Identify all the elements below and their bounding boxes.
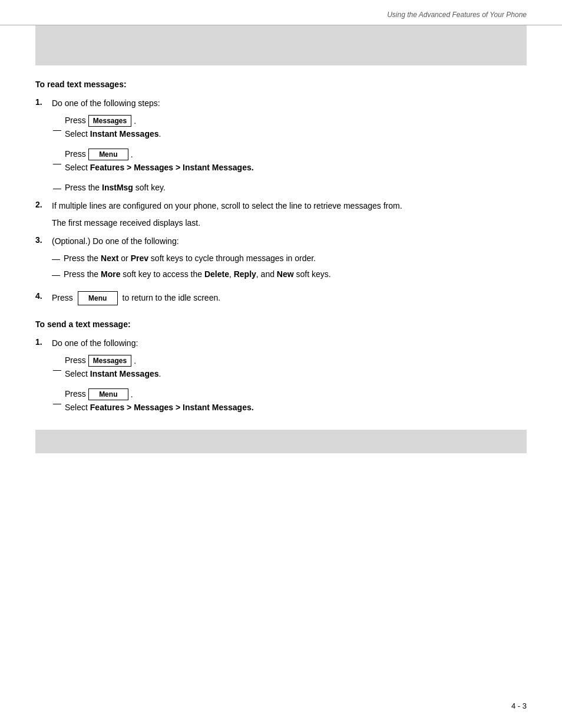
cycle-text: soft keys to cycle through messages in o… bbox=[148, 253, 316, 263]
messages-key-1: Messages bbox=[88, 115, 131, 127]
step3-number: 3. bbox=[35, 235, 52, 245]
sub-content-1b: Press Menu . Select Features > Messages … bbox=[65, 148, 527, 178]
press-label-1a: Press bbox=[65, 114, 86, 127]
instmsg-text-suffix: soft key. bbox=[133, 183, 166, 192]
more-mid: soft key to access the bbox=[120, 269, 204, 279]
section2-select-bold-1b: Features > Messages > Instant Messages. bbox=[90, 403, 254, 412]
sub-step-3a: — Press the Next or Prev soft keys to cy… bbox=[52, 252, 527, 265]
press-line-1b: Press Menu . bbox=[65, 148, 527, 160]
sub-content-3b: Press the More soft key to access the De… bbox=[64, 268, 527, 281]
step3-row: 3. (Optional.) Do one of the following: … bbox=[35, 235, 527, 284]
section2-select-end-1a: . bbox=[159, 369, 161, 378]
menu-key-2: Menu bbox=[78, 291, 118, 305]
sub-step-1a: — Press Messages . Select Instant Messag… bbox=[53, 114, 527, 144]
step4-number: 4. bbox=[35, 291, 52, 301]
section-read-messages: To read text messages: 1. Do one of the … bbox=[35, 80, 527, 305]
dash-1c: — bbox=[53, 183, 65, 193]
more-prefix: Press the bbox=[64, 269, 101, 279]
dash-1a: — bbox=[53, 125, 65, 134]
gray-bar-top bbox=[35, 25, 527, 65]
section2-messages-key: Messages bbox=[88, 355, 131, 367]
step4-end: to return to the idle screen. bbox=[123, 293, 221, 302]
step4-content: Press Menu to return to the idle screen. bbox=[52, 291, 527, 305]
section2-press-line-1a: Press Messages . bbox=[65, 354, 527, 367]
instmsg-text-prefix: Press the bbox=[65, 183, 102, 192]
section2-menu-key: Menu bbox=[88, 388, 128, 400]
step4-row: 4. Press Menu to return to the idle scre… bbox=[35, 291, 527, 305]
dash-1b: — bbox=[53, 159, 65, 168]
page-header: Using the Advanced Features of Your Phon… bbox=[0, 0, 562, 25]
dash-3a: — bbox=[52, 254, 64, 263]
reply-bold: Reply bbox=[234, 269, 256, 279]
next-prev-prefix: Press the bbox=[64, 253, 101, 263]
press-line-1a: Press Messages . bbox=[65, 114, 527, 127]
new-bold: New bbox=[277, 269, 294, 279]
next-bold: Next bbox=[101, 253, 118, 263]
page-footer: 4 - 3 bbox=[511, 701, 527, 710]
more-bold: More bbox=[101, 269, 120, 279]
sub-step-1b: — Press Menu . Select Features > Message… bbox=[53, 148, 527, 178]
sub-step-3b: — Press the More soft key to access the … bbox=[52, 268, 527, 281]
press-label-1b: Press bbox=[65, 148, 86, 160]
step2-subtext: The first message received displays last… bbox=[52, 217, 527, 229]
section2-step1-number: 1. bbox=[35, 337, 52, 347]
page-number: 4 - 3 bbox=[511, 701, 527, 710]
section2-period-1b: . bbox=[131, 390, 133, 399]
select-line-1a: Select Instant Messages. bbox=[65, 129, 527, 139]
section2-sub-content-1a: Press Messages . Select Instant Messages… bbox=[65, 354, 527, 384]
sub-content-1a: Press Messages . Select Instant Messages… bbox=[65, 114, 527, 144]
select-bold-1a: Instant Messages bbox=[90, 129, 159, 139]
section2-select-text-1b: Select bbox=[65, 403, 90, 412]
section2-heading: To send a text message: bbox=[35, 319, 527, 329]
comma1: , bbox=[229, 269, 234, 279]
sub-content-1c: Press the InstMsg soft key. bbox=[65, 182, 527, 194]
step4-press: Press bbox=[52, 293, 73, 302]
select-end-1a: . bbox=[159, 129, 161, 139]
step3-content: (Optional.) Do one of the following: — P… bbox=[52, 235, 527, 284]
dash-3b: — bbox=[52, 270, 64, 279]
select-line-1b: Select Features > Messages > Instant Mes… bbox=[65, 163, 527, 172]
sub-step-1c: — Press the InstMsg soft key. bbox=[53, 182, 527, 194]
section2-select-text-1a: Select bbox=[65, 369, 90, 378]
section2-select-line-1b: Select Features > Messages > Instant Mes… bbox=[65, 403, 527, 412]
section2-sub-content-1b: Press Menu . Select Features > Messages … bbox=[65, 388, 527, 418]
step2-row: 2. If multiple lines are configured on y… bbox=[35, 200, 527, 229]
section2-step1-row: 1. Do one of the following: bbox=[35, 337, 527, 350]
delete-bold: Delete bbox=[204, 269, 229, 279]
section2-step1-text: Do one of the following: bbox=[52, 337, 527, 350]
select-text-1b: Select bbox=[65, 163, 90, 172]
section2-sub-step-1b: — Press Menu . Select Features > Message… bbox=[53, 388, 527, 418]
step2-number: 2. bbox=[35, 200, 52, 209]
section2-dash-1a: — bbox=[53, 365, 65, 374]
section2-press-label-1a: Press bbox=[65, 354, 86, 367]
step2-content: If multiple lines are configured on your… bbox=[52, 200, 527, 229]
period-1a: . bbox=[134, 116, 136, 126]
instmsg-bold: InstMsg bbox=[102, 183, 133, 192]
section2-press-line-1b: Press Menu . bbox=[65, 388, 527, 400]
section2-select-bold-1a: Instant Messages bbox=[90, 369, 159, 378]
section2-dash-1b: — bbox=[53, 398, 65, 408]
gray-bar-bottom bbox=[35, 430, 527, 453]
and-text: , and bbox=[256, 269, 277, 279]
section1-heading: To read text messages: bbox=[35, 80, 527, 89]
step1-text: Do one of the following steps: bbox=[52, 97, 527, 110]
or-text: or bbox=[118, 253, 130, 263]
section2-sub-step-1a: — Press Messages . Select Instant Messag… bbox=[53, 354, 527, 384]
menu-key-1: Menu bbox=[88, 149, 128, 160]
softkeys-end: soft keys. bbox=[294, 269, 331, 279]
section2-select-line-1a: Select Instant Messages. bbox=[65, 369, 527, 378]
step3-text: (Optional.) Do one of the following: bbox=[52, 235, 527, 248]
section2-period-1a: . bbox=[134, 356, 136, 365]
period-1b: . bbox=[131, 150, 133, 159]
step2-text: If multiple lines are configured on your… bbox=[52, 200, 527, 212]
step1-row: 1. Do one of the following steps: bbox=[35, 97, 527, 110]
main-content: To read text messages: 1. Do one of the … bbox=[0, 80, 562, 418]
select-text-1a: Select bbox=[65, 129, 90, 139]
section-send-messages: To send a text message: 1. Do one of the… bbox=[35, 319, 527, 418]
select-bold-1b: Features > Messages > Instant Messages. bbox=[90, 163, 254, 172]
section2-press-label-1b: Press bbox=[65, 388, 86, 400]
sub-content-3a: Press the Next or Prev soft keys to cycl… bbox=[64, 252, 527, 265]
header-text: Using the Advanced Features of Your Phon… bbox=[387, 11, 527, 19]
prev-bold: Prev bbox=[131, 253, 148, 263]
step1-number: 1. bbox=[35, 97, 52, 107]
